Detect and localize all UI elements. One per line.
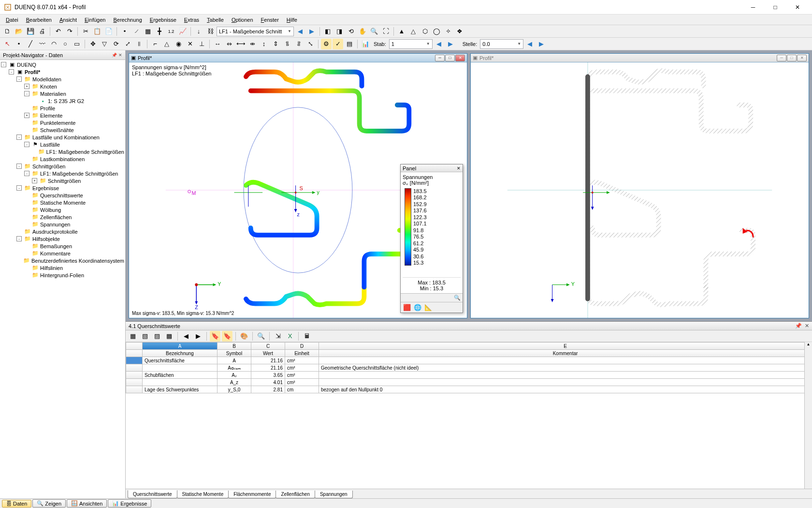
tree-item[interactable]: 📁Zellenflächen [1, 213, 124, 221]
tree-item[interactable]: -⚑Lastfälle [1, 141, 124, 148]
tree-toggle-icon[interactable]: + [32, 178, 37, 183]
menu-einfügen[interactable]: Einfügen [81, 16, 109, 24]
prev-stelle-icon[interactable]: ◀ [524, 39, 535, 49]
nav-tab-ergebnisse[interactable]: 📊Ergebnisse [108, 499, 151, 508]
menu-extras[interactable]: Extras [180, 16, 203, 24]
tree-item[interactable]: 📁Lastkombinationen [1, 155, 124, 163]
tree-item[interactable]: 📁Hilfslinien [1, 264, 124, 271]
chart-type-icon[interactable]: 📊 [360, 39, 371, 49]
dim8-icon[interactable]: ⥯ [293, 39, 304, 49]
tree-item[interactable]: 📁Spannungen [1, 221, 124, 228]
next-stab-icon[interactable]: ▶ [445, 39, 456, 49]
print-icon[interactable]: 🖨 [37, 26, 47, 37]
table-tab[interactable]: Flächenmomente [228, 491, 276, 498]
tbl-calc-icon[interactable]: 🖩 [302, 331, 312, 342]
view-right-titlebar[interactable]: ▣ Profil* ─ □ ✕ [471, 54, 809, 62]
tree-toggle-icon[interactable]: - [16, 185, 22, 191]
menu-fenster[interactable]: Fenster [257, 16, 283, 24]
tree-item[interactable]: 📁Ausdruckprotokolle [1, 228, 124, 235]
axis-icon[interactable]: ╋ [154, 26, 165, 37]
tree-toggle-icon[interactable]: - [16, 134, 22, 140]
menu-berechnung[interactable]: Berechnung [109, 16, 145, 24]
tbl-filter1-icon[interactable]: 🔖 [210, 331, 220, 342]
tree-item[interactable]: -▣DUENQ [1, 61, 124, 68]
rotate-icon[interactable]: ⟲ [346, 26, 356, 37]
tbl-btn3-icon[interactable]: ▨ [152, 331, 162, 342]
view3d-icon[interactable]: ◧ [322, 26, 333, 37]
view-minimize-icon[interactable]: ─ [777, 55, 786, 61]
tree-item[interactable]: -📁Ergebnisse [1, 184, 124, 192]
menu-ansicht[interactable]: Ansicht [56, 16, 81, 24]
view-maximize-icon[interactable]: □ [445, 55, 455, 61]
navigator-tree[interactable]: -▣DUENQ-▣Profil*-📁Modelldaten+📁Knoten-📁M… [0, 60, 125, 498]
node-icon[interactable]: • [119, 26, 130, 37]
nav-tab-zeigen[interactable]: 🔍Zeigen [32, 499, 66, 508]
dim9-icon[interactable]: ⤡ [305, 39, 316, 49]
tree-item[interactable]: -📁Materialien [1, 90, 124, 97]
rotate2-icon[interactable]: ⟳ [111, 39, 121, 49]
table-tab[interactable]: Spannungen [315, 491, 353, 498]
tree-item[interactable]: 📁Querschnittswerte [1, 192, 124, 199]
draw-polyline-icon[interactable]: 〰 [37, 39, 47, 49]
tool-c-icon[interactable]: ⬡ [420, 26, 430, 37]
tree-item[interactable]: -▣Profil* [1, 68, 124, 75]
show-results-icon[interactable]: ⛓ [205, 26, 216, 37]
perspective-icon[interactable]: ◨ [334, 26, 345, 37]
select-icon[interactable]: ↖ [2, 39, 13, 49]
tree-item[interactable]: -📁Modelldaten [1, 75, 124, 83]
table-tab[interactable]: Statische Momente [177, 491, 229, 498]
tree-item[interactable]: 📁Kommentare [1, 250, 124, 257]
tree-item[interactable]: +📁Schnittgrößen [1, 177, 124, 184]
check-icon[interactable]: ✓ [333, 39, 343, 49]
panel-tab-values-icon[interactable]: 🌐 [413, 303, 422, 312]
tree-item[interactable]: 📁Statische Momente [1, 199, 124, 206]
nav-tab-daten[interactable]: 🗄Daten [2, 500, 31, 508]
tree-toggle-icon[interactable]: + [24, 113, 29, 118]
zoom-icon[interactable]: 🔍 [369, 26, 379, 37]
tree-item[interactable]: -📁Lastfälle und Kombinationen [1, 134, 124, 141]
mirror-icon[interactable]: ▽ [99, 39, 110, 49]
tree-toggle-icon[interactable]: + [24, 84, 29, 89]
numbers-icon[interactable]: 1.2 [166, 26, 176, 37]
stelle-combo[interactable]: 0.0 ▼ [480, 39, 523, 49]
tree-item[interactable]: -📁LF1: Maßgebende Schnittgrößen [1, 170, 124, 177]
dim-icon[interactable]: ↔ [212, 39, 223, 49]
view-left-titlebar[interactable]: ▣ Profil* ─ □ ✕ [129, 54, 467, 62]
table-row[interactable]: Aɢₑₒₘ21.16cm²Geometrische Querschnittsfl… [126, 364, 812, 372]
redo-icon[interactable]: ↷ [64, 26, 75, 37]
tree-toggle-icon[interactable]: - [24, 142, 29, 147]
dim4-icon[interactable]: ⤄ [247, 39, 258, 49]
tbl-btn1-icon[interactable]: ▦ [128, 331, 138, 342]
undo-icon[interactable]: ↶ [53, 26, 63, 37]
calc-icon[interactable]: ⚙ [321, 39, 332, 49]
panel-tab-filter-icon[interactable]: 📐 [424, 303, 433, 312]
table-row[interactable]: QuerschnittsflächeA21.16cm² [126, 357, 812, 364]
tree-item[interactable]: 📁Profile [1, 105, 124, 112]
draw-circle-icon[interactable]: ○ [60, 39, 71, 49]
tree-toggle-icon[interactable]: - [16, 76, 22, 82]
view-minimize-icon[interactable]: ─ [435, 55, 445, 61]
tbl-export-icon[interactable]: ⇲ [273, 331, 283, 342]
tool-f-icon[interactable]: ❖ [454, 26, 465, 37]
tree-toggle-icon[interactable]: - [9, 69, 14, 75]
scale-icon[interactable]: ⤢ [122, 39, 133, 49]
tree-item[interactable]: +📁Knoten [1, 83, 124, 90]
navigator-pin-icon[interactable]: 📌 ✕ [112, 53, 122, 58]
tree-item[interactable]: 📁Bemaßungen [1, 242, 124, 250]
next-lf-icon[interactable]: ▶ [306, 26, 317, 37]
dim2-icon[interactable]: ⇔ [224, 39, 234, 49]
new-icon[interactable]: 🗋 [2, 26, 13, 37]
snap-end-icon[interactable]: ⌐ [150, 39, 160, 49]
draw-arc-icon[interactable]: ◠ [48, 39, 59, 49]
prev-stab-icon[interactable]: ◀ [434, 39, 444, 49]
window-maximize[interactable]: □ [765, 1, 786, 14]
tool-e-icon[interactable]: ✧ [443, 26, 453, 37]
window-minimize[interactable]: ─ [742, 1, 764, 14]
tool-d-icon[interactable]: ◯ [431, 26, 442, 37]
tree-item[interactable]: ▪1: S 235 JR G2 [1, 97, 124, 105]
view-close-icon[interactable]: ✕ [797, 55, 807, 61]
copy-icon[interactable]: 📋 [92, 26, 102, 37]
show-loads-icon[interactable]: ↓ [193, 26, 204, 37]
tbl-excel-icon[interactable]: X [285, 331, 295, 342]
tree-item[interactable]: +📁Elemente [1, 112, 124, 119]
